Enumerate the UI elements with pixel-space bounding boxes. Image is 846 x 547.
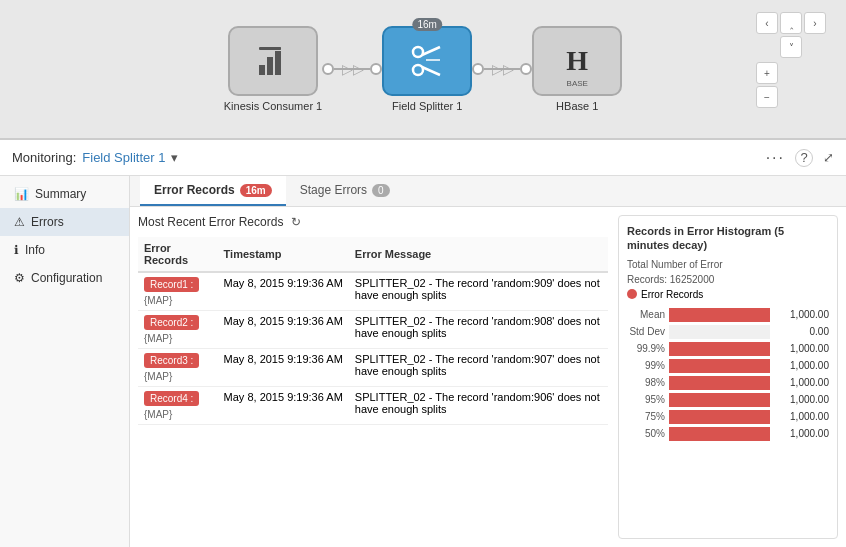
- monitor-node-link[interactable]: Field Splitter 1: [82, 150, 165, 165]
- hist-value-6: 1,000.00: [774, 411, 829, 422]
- monitor-actions: ··· ? ⤢: [766, 149, 834, 167]
- table-row: Record4 : {MAP} May 8, 2015 9:19:36 AM S…: [138, 387, 608, 425]
- record-btn-0[interactable]: Record1 :: [144, 277, 199, 292]
- svg-point-5: [413, 47, 423, 57]
- node-hbase[interactable]: H BASE HBase 1: [532, 26, 622, 112]
- tab-error-records[interactable]: Error Records 16m: [140, 176, 286, 206]
- svg-rect-0: [259, 65, 265, 75]
- sidebar-item-errors[interactable]: ⚠ Errors: [0, 208, 129, 236]
- splitter-badge: 16m: [412, 18, 441, 31]
- errors-label: Errors: [31, 215, 64, 229]
- record-btn-2[interactable]: Record3 :: [144, 353, 199, 368]
- kinesis-box[interactable]: [228, 26, 318, 96]
- zoom-in-btn[interactable]: +: [756, 62, 778, 84]
- connector-2: ▷▷: [472, 63, 532, 75]
- refresh-icon[interactable]: ↻: [291, 215, 301, 229]
- hist-bar-container-5: [669, 393, 770, 407]
- node-kinesis[interactable]: Kinesis Consumer 1: [224, 26, 322, 112]
- histogram-row-0: Mean 1,000.00: [627, 308, 829, 322]
- nav-up-btn[interactable]: ‸: [780, 12, 802, 34]
- nav-right-btn[interactable]: ›: [804, 12, 826, 34]
- monitor-bar: Monitoring: Field Splitter 1 ▾ ··· ? ⤢: [0, 140, 846, 176]
- connector-dot-4: [520, 63, 532, 75]
- error-records-table: Error Records Timestamp Error Message Re…: [138, 237, 608, 425]
- record-btn-1[interactable]: Record2 :: [144, 315, 199, 330]
- summary-icon: 📊: [14, 187, 29, 201]
- map-text-0: {MAP}: [144, 295, 172, 306]
- pipeline-nodes: Kinesis Consumer 1 ▷▷ 16m: [224, 26, 622, 112]
- hist-bar-7: [669, 427, 770, 441]
- tab-stage-errors[interactable]: Stage Errors 0: [286, 176, 404, 206]
- cell-timestamp-3: May 8, 2015 9:19:36 AM: [218, 387, 349, 425]
- hist-bar-container-0: [669, 308, 770, 322]
- hist-bar-container-4: [669, 376, 770, 390]
- splitter-box[interactable]: 16m: [382, 26, 472, 96]
- hist-label-7: 50%: [627, 428, 665, 439]
- sidebar: 📊 Summary ⚠ Errors ℹ Info ⚙ Configuratio…: [0, 176, 130, 547]
- splitter-icon: [408, 42, 446, 80]
- hist-label-2: 99.9%: [627, 343, 665, 354]
- hist-bar-container-1: [669, 325, 770, 339]
- monitoring-label: Monitoring:: [12, 150, 76, 165]
- nav-arrows: ‹ ‸ ˅ ›: [756, 12, 826, 58]
- tab-error-records-badge: 16m: [240, 184, 272, 197]
- nav-down-btn[interactable]: ˅: [780, 36, 802, 58]
- zoom-out-btn[interactable]: −: [756, 86, 778, 108]
- svg-line-8: [422, 67, 440, 75]
- table-title: Most Recent Error Records: [138, 215, 283, 229]
- hist-value-3: 1,000.00: [774, 360, 829, 371]
- connector-1: ▷▷: [322, 63, 382, 75]
- connector-dot-2: [370, 63, 382, 75]
- table-container: Most Recent Error Records ↻ Error Record…: [130, 207, 846, 547]
- splitter-label: Field Splitter 1: [392, 100, 462, 112]
- cell-record-0: Record1 : {MAP}: [138, 272, 218, 311]
- info-label: Info: [25, 243, 45, 257]
- hist-bar-container-3: [669, 359, 770, 373]
- histogram-bars: Mean 1,000.00 Std Dev 0.00 99.9% 1,000.0…: [627, 308, 829, 441]
- hist-bar-3: [669, 359, 770, 373]
- histogram-row-5: 95% 1,000.00: [627, 393, 829, 407]
- sidebar-item-info[interactable]: ℹ Info: [0, 236, 129, 264]
- col-error-records: Error Records: [138, 237, 218, 272]
- config-label: Configuration: [31, 271, 102, 285]
- help-btn[interactable]: ?: [795, 149, 813, 167]
- nav-controls: ‹ ‸ ˅ › + −: [756, 12, 826, 108]
- tabs-bar: Error Records 16m Stage Errors 0: [130, 176, 846, 207]
- total-label-text: Total Number of Error: [627, 259, 723, 270]
- more-options-btn[interactable]: ···: [766, 149, 785, 167]
- svg-rect-2: [275, 51, 281, 75]
- histogram-row-1: Std Dev 0.00: [627, 325, 829, 339]
- nav-left-btn[interactable]: ‹: [756, 12, 778, 34]
- cell-timestamp-0: May 8, 2015 9:19:36 AM: [218, 272, 349, 311]
- kinesis-icon: [255, 43, 291, 79]
- histogram-legend: Error Records: [627, 289, 829, 300]
- svg-rect-1: [267, 57, 273, 75]
- legend-dot: [627, 289, 637, 299]
- hist-bar-container-7: [669, 427, 770, 441]
- node-splitter[interactable]: 16m Field Splitter 1: [382, 26, 472, 112]
- info-icon: ℹ: [14, 243, 19, 257]
- histogram-row-3: 99% 1,000.00: [627, 359, 829, 373]
- col-timestamp: Timestamp: [218, 237, 349, 272]
- map-text-1: {MAP}: [144, 333, 172, 344]
- hist-label-3: 99%: [627, 360, 665, 371]
- hist-label-0: Mean: [627, 309, 665, 320]
- tab-error-records-label: Error Records: [154, 183, 235, 197]
- hbase-box[interactable]: H BASE: [532, 26, 622, 96]
- hbase-icon: H: [566, 45, 588, 77]
- cell-message-1: SPLITTER_02 - The record 'random:908' do…: [349, 311, 608, 349]
- map-text-2: {MAP}: [144, 371, 172, 382]
- col-error-message: Error Message: [349, 237, 608, 272]
- hist-label-1: Std Dev: [627, 326, 665, 337]
- tab-stage-errors-badge: 0: [372, 184, 390, 197]
- sidebar-item-summary[interactable]: 📊 Summary: [0, 180, 129, 208]
- left-panel: Most Recent Error Records ↻ Error Record…: [138, 215, 608, 539]
- record-btn-3[interactable]: Record4 :: [144, 391, 199, 406]
- cell-message-3: SPLITTER_02 - The record 'random:906' do…: [349, 387, 608, 425]
- sidebar-item-configuration[interactable]: ⚙ Configuration: [0, 264, 129, 292]
- config-icon: ⚙: [14, 271, 25, 285]
- expand-btn[interactable]: ⤢: [823, 150, 834, 165]
- table-header-row: Most Recent Error Records ↻: [138, 215, 608, 229]
- monitor-dropdown-icon[interactable]: ▾: [171, 150, 178, 165]
- summary-label: Summary: [35, 187, 86, 201]
